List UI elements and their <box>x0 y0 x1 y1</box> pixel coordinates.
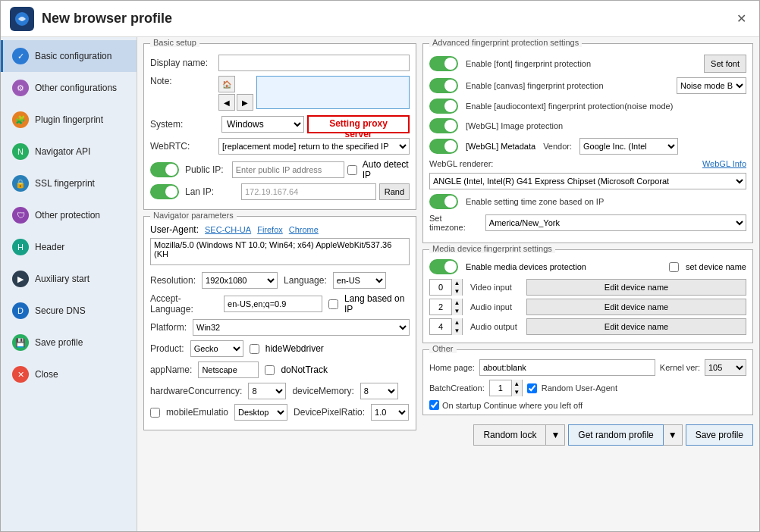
webgl-img-toggle[interactable] <box>429 118 458 133</box>
sidebar-item-plugin[interactable]: 🧩 Plugin fingerprint <box>1 104 137 136</box>
random-lock-arrow[interactable]: ▼ <box>546 424 565 446</box>
audio-in-count-down[interactable]: ▼ <box>451 307 462 315</box>
sidebar-item-ssl[interactable]: 🔒 SSL fingerprint <box>1 167 137 199</box>
mobile-select[interactable]: Desktop <box>234 404 287 421</box>
webgl-info-link[interactable]: WebGL Info <box>702 159 746 168</box>
set-device-name-checkbox[interactable] <box>669 262 679 272</box>
webrtc-select[interactable]: [replacement mode] return to the specifi… <box>218 138 410 155</box>
navigator-params-panel: Navigator parameters User-Agent: SEC-CH-… <box>143 216 416 430</box>
audio-in-edit-btn[interactable]: Edit device name <box>526 299 746 315</box>
resolution-select[interactable]: 1920x1080 <box>202 272 278 289</box>
public-ip-toggle[interactable] <box>150 162 179 177</box>
do-not-track-checkbox[interactable] <box>265 365 275 375</box>
tz-row: Enable setting time zone based on IP <box>429 194 746 209</box>
audio-in-count-up[interactable]: ▲ <box>451 299 462 307</box>
video-count-down[interactable]: ▼ <box>451 287 462 296</box>
video-count-up[interactable]: ▲ <box>451 279 462 287</box>
webgl-renderer-select[interactable]: ANGLE (Intel, Intel(R) G41 Express Chips… <box>429 173 746 189</box>
video-edit-btn[interactable]: Edit device name <box>526 279 746 296</box>
sidebar-item-auxiliary[interactable]: ▶ Auxiliary start <box>1 263 137 295</box>
auto-detect-checkbox[interactable] <box>347 165 357 175</box>
font-toggle[interactable] <box>429 56 458 71</box>
vendor-select[interactable]: Google Inc. (Intel <box>579 138 678 155</box>
save-profile-btn[interactable]: Save profile <box>686 424 753 446</box>
webgl-meta-row: [WebGL] Metadata Vendor: Google Inc. (In… <box>429 138 746 155</box>
audio-out-count-input[interactable] <box>430 319 451 334</box>
audio-toggle[interactable] <box>429 99 458 114</box>
sidebar-item-other-prot[interactable]: 🛡 Other protection <box>1 199 137 231</box>
main-window: New browser profile ✕ ✓ Basic configurat… <box>0 0 760 532</box>
hide-webdriver-label: hideWebdriver <box>265 343 324 354</box>
mobile-emulation-checkbox[interactable] <box>150 408 160 418</box>
startup-checkbox[interactable] <box>429 400 439 410</box>
lang-based-ip-checkbox[interactable] <box>328 299 338 309</box>
note-home-btn[interactable]: 🏠 <box>218 76 235 92</box>
mobile-label: mobileEmulatio <box>166 407 228 418</box>
audio-in-count-input[interactable] <box>430 299 451 315</box>
set-font-btn[interactable]: Set font <box>704 55 746 73</box>
canvas-toggle[interactable] <box>429 78 458 93</box>
product-select[interactable]: Gecko <box>190 340 243 357</box>
sidebar-item-other-config[interactable]: ⚙ Other configurations <box>1 72 137 104</box>
ua-chrome-link[interactable]: Chrome <box>289 225 319 234</box>
sidebar-item-basic[interactable]: ✓ Basic configuration <box>1 40 137 72</box>
window-close-btn[interactable]: ✕ <box>732 10 750 28</box>
app-name-input[interactable] <box>198 361 259 378</box>
random-ua-checkbox[interactable] <box>527 383 537 393</box>
platform-select[interactable]: Win32 <box>193 319 410 336</box>
batch-count-down[interactable]: ▼ <box>511 388 522 396</box>
device-memory-select[interactable]: 8 <box>360 383 398 399</box>
home-page-row: Home page: Kernel ver: 105 <box>429 359 746 376</box>
proxy-server-btn[interactable]: Setting proxy server <box>307 115 410 133</box>
home-page-input[interactable] <box>479 359 655 376</box>
ua-sec-ch-link[interactable]: SEC-CH-UA <box>205 225 251 234</box>
title-bar: New browser profile ✕ <box>1 1 759 37</box>
lan-ip-input[interactable] <box>241 183 376 200</box>
ua-label: User-Agent: <box>150 224 199 235</box>
note-right-btn[interactable]: ▶ <box>237 94 253 111</box>
public-ip-input[interactable] <box>232 161 344 178</box>
note-left-btn[interactable]: ◀ <box>218 94 235 111</box>
get-random-btn[interactable]: Get random profile <box>568 424 663 446</box>
audio-out-count-down[interactable]: ▼ <box>451 327 462 335</box>
ua-firefox-link[interactable]: Firefox <box>257 225 283 234</box>
kernel-ver-select[interactable]: 105 <box>705 359 746 376</box>
sidebar-item-close[interactable]: ✕ Close <box>1 358 137 390</box>
get-random-group: Get random profile ▼ <box>568 424 682 446</box>
audio-out-count-up[interactable]: ▲ <box>451 318 462 327</box>
sidebar-item-header[interactable]: H Header <box>1 231 137 263</box>
webgl-meta-toggle[interactable] <box>429 139 458 154</box>
media-enable-toggle[interactable] <box>429 259 458 274</box>
language-select[interactable]: en-US <box>333 272 386 289</box>
get-random-arrow[interactable]: ▼ <box>664 424 683 446</box>
startup-label: On startup Continue where you left off <box>442 401 583 410</box>
video-input-row: ▲ ▼ Video input Edit device name <box>429 279 746 296</box>
platform-label: Platform: <box>150 322 187 333</box>
sidebar-item-dns[interactable]: D Secure DNS <box>1 295 137 327</box>
accept-lang-input[interactable] <box>224 296 322 312</box>
navigator-icon: N <box>12 143 29 160</box>
display-name-input[interactable] <box>218 55 410 71</box>
batch-count-input[interactable] <box>490 380 511 396</box>
hardware-select[interactable]: 8 <box>248 383 286 399</box>
sidebar-item-navigator[interactable]: N Navigator API <box>1 136 137 167</box>
sidebar-item-save[interactable]: 💾 Save profile <box>1 327 137 358</box>
pixel-ratio-select[interactable]: 1.0 <box>371 404 409 421</box>
note-textarea[interactable] <box>256 76 410 109</box>
audio-out-edit-btn[interactable]: Edit device name <box>526 318 746 335</box>
batch-count-up[interactable]: ▲ <box>511 380 522 388</box>
lan-ip-toggle[interactable] <box>150 184 179 199</box>
random-lock-btn[interactable]: Random lock <box>473 424 546 446</box>
system-select[interactable]: Windows <box>221 116 304 133</box>
webgl-img-label: [WebGL] Image protection <box>466 121 746 130</box>
rand-btn[interactable]: Rand <box>379 183 410 200</box>
video-count-input[interactable] <box>430 280 451 295</box>
action-buttons: Random lock ▼ Get random profile ▼ Save … <box>422 421 753 446</box>
media-enable-row: Enable media devices protection set devi… <box>429 259 746 274</box>
device-memory-label: deviceMemory: <box>292 386 353 396</box>
tz-select[interactable]: America/New_York <box>485 214 746 231</box>
ua-textarea[interactable]: Mozilla/5.0 (Windows NT 10.0; Win64; x64… <box>150 238 410 265</box>
hide-webdriver-checkbox[interactable] <box>250 344 259 354</box>
canvas-select[interactable]: Noise mode B <box>677 77 746 94</box>
tz-toggle[interactable] <box>429 194 458 209</box>
